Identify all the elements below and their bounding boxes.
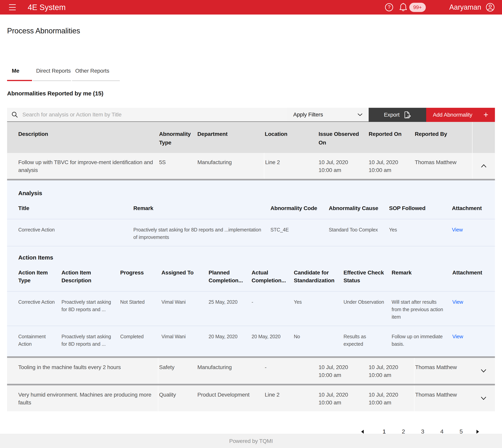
chevron-down-icon <box>480 369 487 373</box>
action-items-heading: Action Items <box>7 254 495 261</box>
toolbar: Apply Filters Export Add Abnormality + <box>7 108 495 122</box>
col-description: Description <box>7 122 158 153</box>
analysis-col-code: Abnormality Code <box>270 196 329 219</box>
ai-col-candidate: Candidate for Standardization <box>294 261 343 291</box>
row-reported-on: 10 Jul, 202010:00 am <box>368 153 414 179</box>
ai-progress: Completed <box>120 326 162 353</box>
ai-type: Containment Action <box>7 326 62 353</box>
ai-col-progress: Progress <box>120 261 162 291</box>
row-location: Line 2 <box>264 153 318 179</box>
ai-description: Proactively start asking for 8D reports … <box>62 326 120 353</box>
row-department: Product Development <box>197 385 264 411</box>
next-page-icon[interactable] <box>476 428 485 434</box>
analysis-col-cause: Abnormality Cause <box>329 196 389 219</box>
search-input[interactable] <box>22 112 287 118</box>
footer: Powered by TQMI <box>0 434 502 448</box>
col-reported-by: Reported By <box>414 122 472 153</box>
ai-attachment-view-link[interactable]: View <box>452 299 463 305</box>
analysis-col-remark: Remark <box>133 196 270 219</box>
row-department: Manufacturing <box>197 153 264 179</box>
analysis-attachment-view-link[interactable]: View <box>452 227 463 233</box>
row-reported-on: 10 Jul, 202010:00 am <box>368 385 414 411</box>
col-reported-on: Reported On <box>368 122 414 153</box>
table-row[interactable]: Follow up with TBVC for improve-ment ide… <box>7 153 495 179</box>
col-issue-observed-on: Issue Observed On <box>318 122 368 153</box>
ai-planned: 25 May, 2020 <box>209 291 252 326</box>
chevron-up-icon <box>481 164 487 168</box>
notifications-bell-icon[interactable] <box>399 3 407 12</box>
row-reported-by: Thomas Matthew <box>414 153 472 179</box>
analysis-header-row: Title Remark Abnormality Code Abnormalit… <box>7 196 495 219</box>
action-item-row: Containment Action Proactively start ask… <box>7 326 495 353</box>
section-heading: Abnormalities Reported by me (15) <box>7 90 495 97</box>
add-abnormality-button[interactable]: Add Abnormality + <box>426 108 495 122</box>
tab-bar: Me Direct Reports Other Reports <box>7 68 495 81</box>
previous-page-icon[interactable] <box>361 428 369 434</box>
ai-candidate: Yes <box>294 291 343 326</box>
app-title: 4E System <box>28 3 65 12</box>
analysis-col-sop: SOP Followed <box>389 196 452 219</box>
action-items-header-row: Action Item Type Action Item Description… <box>7 261 495 291</box>
help-icon[interactable]: ? <box>385 3 394 12</box>
analysis-col-title: Title <box>7 196 133 219</box>
col-abnormality-type: Abnormality Type <box>158 122 197 153</box>
row-separator <box>7 384 495 385</box>
row-department: Manufacturing <box>197 358 264 384</box>
svg-text:?: ? <box>388 4 390 10</box>
search-box <box>7 108 287 122</box>
export-icon <box>404 111 411 119</box>
row-location: Line 2 <box>264 385 318 411</box>
analysis-sop: Yes <box>389 219 452 246</box>
row-reported-by: Thomas Matthew <box>414 358 472 384</box>
row-separator <box>7 179 495 180</box>
row-separator <box>7 356 495 358</box>
ai-col-description: Action Item Description <box>62 261 120 291</box>
chevron-down-icon <box>480 396 487 400</box>
user-name: Aaryaman <box>449 3 481 11</box>
add-abnormality-label: Add Abnormality <box>433 112 472 118</box>
ai-type: Corrective Action <box>7 291 62 326</box>
ai-effective: Under Observation <box>343 291 392 326</box>
tab-direct-reports[interactable]: Direct Reports <box>33 68 71 81</box>
export-button[interactable]: Export <box>369 108 426 122</box>
search-icon <box>11 111 18 118</box>
analysis-code: STC_4E <box>270 219 329 246</box>
analysis-title: Corrective Action <box>7 219 133 246</box>
ai-actual: 20 May, 2020 <box>252 326 294 353</box>
table-row[interactable]: Very humid environment. Machines are pro… <box>7 385 495 411</box>
ai-col-attachment: Attachment <box>452 261 495 291</box>
table-row[interactable]: Tooling in the machine faults every 2 ho… <box>7 358 495 384</box>
analysis-heading: Analysis <box>7 190 495 196</box>
row-reported-on: 10 Jul, 202010:00 am <box>368 358 414 384</box>
ai-assigned-to: Vimal Wani <box>162 326 209 353</box>
collapse-row-button[interactable] <box>472 153 495 179</box>
row-issue-observed-on: 10 Jul, 202010:00 am <box>318 358 368 384</box>
analysis-row: Corrective Action Proactively start aski… <box>7 219 495 246</box>
expanded-detail-panel: Analysis Title Remark Abnormality Code A… <box>7 180 495 356</box>
ai-col-type: Action Item Type <box>7 261 62 291</box>
menu-icon[interactable] <box>9 4 17 10</box>
analysis-col-attachment: Attachment <box>452 196 495 219</box>
ai-col-remark: Remark <box>392 261 452 291</box>
ai-col-effective: Effective Check Status <box>343 261 392 291</box>
analysis-remark: Proactively start asking for 8D reports … <box>133 219 270 246</box>
row-description: Tooling in the machine faults every 2 ho… <box>7 358 158 384</box>
row-reported-by: Thomas Matthew <box>414 385 472 411</box>
ai-remark: Will start after results from the previo… <box>392 291 452 326</box>
ai-assigned-to: Vimal Wani <box>162 291 209 326</box>
ai-progress: Not Started <box>120 291 162 326</box>
ai-attachment-view-link[interactable]: View <box>452 334 463 339</box>
apply-filters-dropdown[interactable]: Apply Filters <box>287 108 369 122</box>
row-abnormality-type: Quality <box>158 385 197 411</box>
tab-other-reports[interactable]: Other Reports <box>72 68 120 81</box>
footer-text: Powered by TQMI <box>229 438 273 444</box>
ai-col-actual: Actual Completion... <box>252 261 294 291</box>
expand-row-button[interactable] <box>472 385 495 411</box>
export-label: Export <box>384 112 400 118</box>
tab-me[interactable]: Me <box>7 68 32 81</box>
row-issue-observed-on: 10 Jul, 202010:00 am <box>318 385 368 411</box>
analysis-cause: Standard Too Complex <box>329 219 389 246</box>
user-avatar-icon[interactable] <box>486 2 495 12</box>
expand-row-button[interactable] <box>472 358 495 384</box>
chevron-down-icon <box>357 113 363 116</box>
